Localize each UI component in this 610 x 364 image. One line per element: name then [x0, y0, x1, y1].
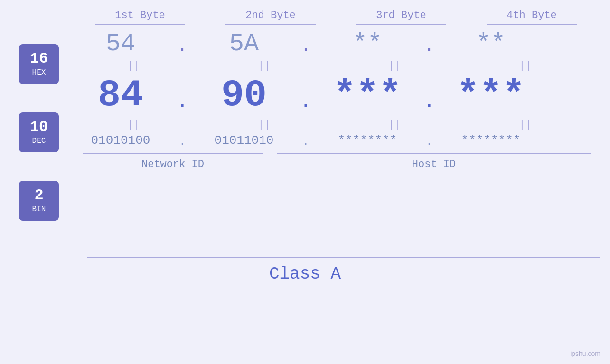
dec-b4: ***	[439, 74, 543, 117]
dec-dot3: .	[420, 78, 439, 112]
dec-row: 84 . 90 . *** . ***	[68, 74, 591, 117]
host-id-block: Host ID	[277, 153, 591, 170]
host-bracket	[277, 153, 591, 154]
main-container: 1st Byte 2nd Byte 3rd Byte 4th Byte 16 H…	[0, 0, 610, 364]
bin-b4: ********	[439, 133, 543, 148]
bin-dot2: .	[296, 132, 315, 148]
dec-b3: ***	[315, 74, 420, 117]
hex-dot2: .	[296, 32, 315, 56]
class-label: Class A	[269, 264, 341, 284]
byte-headers: 1st Byte 2nd Byte 3rd Byte 4th Byte	[75, 9, 597, 25]
hex-row: 54 . 5A . ** . **	[68, 30, 591, 58]
dec-dot2: .	[296, 78, 315, 112]
bin-badge: 2 BIN	[19, 181, 59, 221]
network-bracket	[83, 153, 263, 154]
host-id-label: Host ID	[412, 159, 456, 170]
byte3-bracket	[356, 24, 446, 25]
bin-b1: 01010100	[68, 133, 173, 148]
hex-badge: 16 HEX	[19, 44, 59, 84]
network-id-label: Network ID	[141, 159, 204, 170]
dec-b1: 84	[68, 74, 173, 117]
bin-b2: 01011010	[192, 133, 296, 148]
values-grid: 54 . 5A . ** . **	[68, 30, 610, 170]
left-labels: 16 HEX 10 DEC 2 BIN	[19, 44, 59, 249]
byte4-header: 4th Byte	[479, 9, 584, 25]
main-area: 16 HEX 10 DEC 2 BIN 54 .	[0, 30, 610, 249]
network-id-block: Network ID	[68, 153, 277, 170]
full-bottom-bracket	[87, 257, 600, 258]
hex-dot1: .	[173, 32, 192, 56]
hex-dot3: .	[420, 32, 439, 56]
byte1-bracket	[95, 24, 185, 25]
bin-row: 01010100 . 01011010 . ******** .	[68, 132, 591, 148]
hex-b2: 5A	[192, 30, 296, 58]
dec-dot1: .	[173, 78, 192, 112]
byte2-bracket	[225, 24, 316, 25]
bin-b3: ********	[315, 133, 420, 148]
bin-dot1: .	[173, 132, 192, 148]
byte3-header: 3rd Byte	[349, 9, 453, 25]
watermark: ipshu.com	[570, 350, 601, 357]
hex-equals-row: || || || ||	[68, 58, 591, 74]
hex-b4: **	[439, 30, 543, 58]
bin-dot3: .	[420, 132, 439, 148]
hex-b1: 54	[68, 30, 173, 58]
byte4-bracket	[487, 24, 577, 25]
dec-badge: 10 DEC	[19, 112, 59, 152]
id-brackets: Network ID Host ID	[68, 153, 591, 170]
hex-b3: **	[315, 30, 420, 58]
byte2-header: 2nd Byte	[218, 9, 323, 25]
dec-b2: 90	[192, 74, 296, 117]
byte1-header: 1st Byte	[88, 9, 192, 25]
dec-equals-row: || || || ||	[68, 117, 591, 132]
